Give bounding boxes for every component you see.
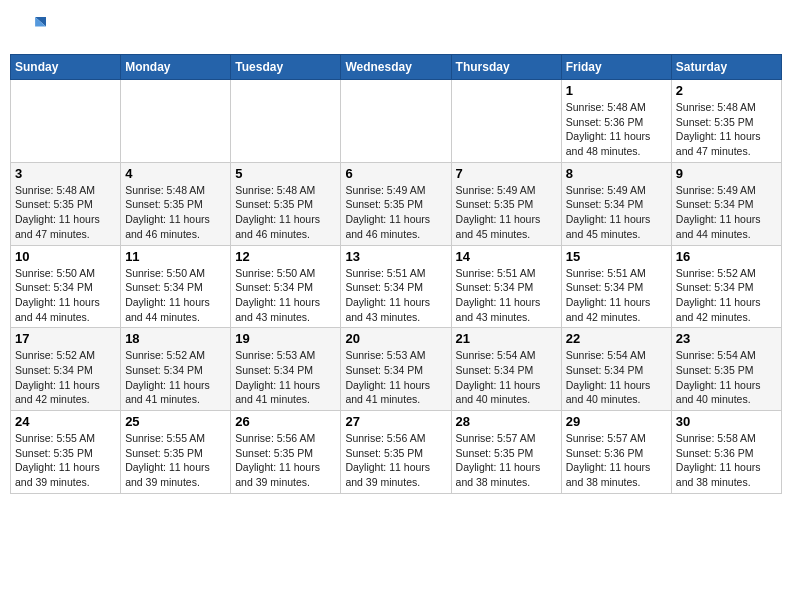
day-info: Sunrise: 5:50 AMSunset: 5:34 PMDaylight:… (125, 266, 226, 325)
weekday-header: Monday (121, 55, 231, 80)
day-info: Sunrise: 5:56 AMSunset: 5:35 PMDaylight:… (345, 431, 446, 490)
calendar-cell: 27Sunrise: 5:56 AMSunset: 5:35 PMDayligh… (341, 411, 451, 494)
calendar-cell: 4Sunrise: 5:48 AMSunset: 5:35 PMDaylight… (121, 162, 231, 245)
day-number: 20 (345, 331, 446, 346)
weekday-header: Wednesday (341, 55, 451, 80)
day-number: 2 (676, 83, 777, 98)
calendar-cell: 30Sunrise: 5:58 AMSunset: 5:36 PMDayligh… (671, 411, 781, 494)
calendar-table: SundayMondayTuesdayWednesdayThursdayFrid… (10, 54, 782, 494)
day-number: 9 (676, 166, 777, 181)
calendar-cell (121, 80, 231, 163)
day-number: 5 (235, 166, 336, 181)
day-number: 26 (235, 414, 336, 429)
calendar-cell: 29Sunrise: 5:57 AMSunset: 5:36 PMDayligh… (561, 411, 671, 494)
calendar-week-row: 17Sunrise: 5:52 AMSunset: 5:34 PMDayligh… (11, 328, 782, 411)
calendar-cell: 26Sunrise: 5:56 AMSunset: 5:35 PMDayligh… (231, 411, 341, 494)
day-number: 4 (125, 166, 226, 181)
day-number: 23 (676, 331, 777, 346)
calendar-cell: 5Sunrise: 5:48 AMSunset: 5:35 PMDaylight… (231, 162, 341, 245)
calendar-cell (341, 80, 451, 163)
weekday-header: Tuesday (231, 55, 341, 80)
calendar-cell: 7Sunrise: 5:49 AMSunset: 5:35 PMDaylight… (451, 162, 561, 245)
weekday-header: Thursday (451, 55, 561, 80)
day-number: 16 (676, 249, 777, 264)
page-header (10, 10, 782, 46)
calendar-cell: 10Sunrise: 5:50 AMSunset: 5:34 PMDayligh… (11, 245, 121, 328)
calendar-cell: 14Sunrise: 5:51 AMSunset: 5:34 PMDayligh… (451, 245, 561, 328)
day-info: Sunrise: 5:49 AMSunset: 5:34 PMDaylight:… (566, 183, 667, 242)
day-number: 10 (15, 249, 116, 264)
calendar-cell: 6Sunrise: 5:49 AMSunset: 5:35 PMDaylight… (341, 162, 451, 245)
calendar-cell: 25Sunrise: 5:55 AMSunset: 5:35 PMDayligh… (121, 411, 231, 494)
day-info: Sunrise: 5:51 AMSunset: 5:34 PMDaylight:… (566, 266, 667, 325)
day-info: Sunrise: 5:53 AMSunset: 5:34 PMDaylight:… (235, 348, 336, 407)
day-number: 29 (566, 414, 667, 429)
logo-icon (18, 14, 46, 42)
day-info: Sunrise: 5:50 AMSunset: 5:34 PMDaylight:… (15, 266, 116, 325)
day-info: Sunrise: 5:51 AMSunset: 5:34 PMDaylight:… (456, 266, 557, 325)
day-info: Sunrise: 5:52 AMSunset: 5:34 PMDaylight:… (15, 348, 116, 407)
day-number: 15 (566, 249, 667, 264)
day-number: 6 (345, 166, 446, 181)
day-info: Sunrise: 5:48 AMSunset: 5:36 PMDaylight:… (566, 100, 667, 159)
day-info: Sunrise: 5:54 AMSunset: 5:34 PMDaylight:… (456, 348, 557, 407)
calendar-cell: 16Sunrise: 5:52 AMSunset: 5:34 PMDayligh… (671, 245, 781, 328)
calendar-cell: 9Sunrise: 5:49 AMSunset: 5:34 PMDaylight… (671, 162, 781, 245)
day-info: Sunrise: 5:55 AMSunset: 5:35 PMDaylight:… (125, 431, 226, 490)
calendar-cell: 1Sunrise: 5:48 AMSunset: 5:36 PMDaylight… (561, 80, 671, 163)
day-number: 22 (566, 331, 667, 346)
calendar-cell: 15Sunrise: 5:51 AMSunset: 5:34 PMDayligh… (561, 245, 671, 328)
calendar-cell (231, 80, 341, 163)
day-info: Sunrise: 5:57 AMSunset: 5:35 PMDaylight:… (456, 431, 557, 490)
calendar-cell: 24Sunrise: 5:55 AMSunset: 5:35 PMDayligh… (11, 411, 121, 494)
day-info: Sunrise: 5:48 AMSunset: 5:35 PMDaylight:… (676, 100, 777, 159)
weekday-header: Friday (561, 55, 671, 80)
day-info: Sunrise: 5:48 AMSunset: 5:35 PMDaylight:… (15, 183, 116, 242)
day-number: 30 (676, 414, 777, 429)
day-number: 7 (456, 166, 557, 181)
day-info: Sunrise: 5:50 AMSunset: 5:34 PMDaylight:… (235, 266, 336, 325)
day-info: Sunrise: 5:54 AMSunset: 5:35 PMDaylight:… (676, 348, 777, 407)
calendar-cell (451, 80, 561, 163)
day-number: 8 (566, 166, 667, 181)
calendar-week-row: 24Sunrise: 5:55 AMSunset: 5:35 PMDayligh… (11, 411, 782, 494)
day-number: 24 (15, 414, 116, 429)
day-number: 19 (235, 331, 336, 346)
calendar-cell: 22Sunrise: 5:54 AMSunset: 5:34 PMDayligh… (561, 328, 671, 411)
weekday-header: Sunday (11, 55, 121, 80)
calendar-cell: 3Sunrise: 5:48 AMSunset: 5:35 PMDaylight… (11, 162, 121, 245)
day-number: 12 (235, 249, 336, 264)
day-info: Sunrise: 5:52 AMSunset: 5:34 PMDaylight:… (676, 266, 777, 325)
day-info: Sunrise: 5:55 AMSunset: 5:35 PMDaylight:… (15, 431, 116, 490)
day-number: 27 (345, 414, 446, 429)
day-number: 11 (125, 249, 226, 264)
calendar-cell: 12Sunrise: 5:50 AMSunset: 5:34 PMDayligh… (231, 245, 341, 328)
day-info: Sunrise: 5:52 AMSunset: 5:34 PMDaylight:… (125, 348, 226, 407)
day-info: Sunrise: 5:49 AMSunset: 5:34 PMDaylight:… (676, 183, 777, 242)
day-info: Sunrise: 5:48 AMSunset: 5:35 PMDaylight:… (235, 183, 336, 242)
day-info: Sunrise: 5:58 AMSunset: 5:36 PMDaylight:… (676, 431, 777, 490)
logo (16, 14, 46, 42)
day-info: Sunrise: 5:53 AMSunset: 5:34 PMDaylight:… (345, 348, 446, 407)
day-number: 25 (125, 414, 226, 429)
calendar-cell (11, 80, 121, 163)
calendar-cell: 17Sunrise: 5:52 AMSunset: 5:34 PMDayligh… (11, 328, 121, 411)
day-number: 28 (456, 414, 557, 429)
calendar-cell: 19Sunrise: 5:53 AMSunset: 5:34 PMDayligh… (231, 328, 341, 411)
day-number: 17 (15, 331, 116, 346)
day-info: Sunrise: 5:48 AMSunset: 5:35 PMDaylight:… (125, 183, 226, 242)
calendar-cell: 21Sunrise: 5:54 AMSunset: 5:34 PMDayligh… (451, 328, 561, 411)
calendar-cell: 13Sunrise: 5:51 AMSunset: 5:34 PMDayligh… (341, 245, 451, 328)
day-info: Sunrise: 5:57 AMSunset: 5:36 PMDaylight:… (566, 431, 667, 490)
day-number: 3 (15, 166, 116, 181)
day-number: 18 (125, 331, 226, 346)
day-info: Sunrise: 5:49 AMSunset: 5:35 PMDaylight:… (345, 183, 446, 242)
calendar-cell: 28Sunrise: 5:57 AMSunset: 5:35 PMDayligh… (451, 411, 561, 494)
day-number: 13 (345, 249, 446, 264)
calendar-cell: 20Sunrise: 5:53 AMSunset: 5:34 PMDayligh… (341, 328, 451, 411)
day-number: 14 (456, 249, 557, 264)
day-info: Sunrise: 5:51 AMSunset: 5:34 PMDaylight:… (345, 266, 446, 325)
calendar-week-row: 10Sunrise: 5:50 AMSunset: 5:34 PMDayligh… (11, 245, 782, 328)
day-info: Sunrise: 5:54 AMSunset: 5:34 PMDaylight:… (566, 348, 667, 407)
calendar-week-row: 3Sunrise: 5:48 AMSunset: 5:35 PMDaylight… (11, 162, 782, 245)
